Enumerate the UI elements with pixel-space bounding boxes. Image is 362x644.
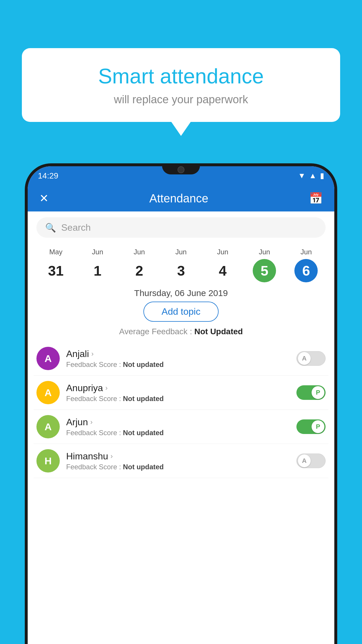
cal-day-number[interactable]: 1 xyxy=(86,259,109,282)
cal-day-number[interactable]: 4 xyxy=(211,259,234,282)
chevron-right-icon: › xyxy=(90,418,93,426)
avatar: H xyxy=(36,449,60,473)
status-icons: ▼ ▲ ▮ xyxy=(298,171,324,180)
chevron-right-icon: › xyxy=(110,452,113,460)
avatar: A xyxy=(36,415,60,438)
phone-screen: 14:29 ▼ ▲ ▮ ✕ Attendance 📅 🔍 Search May3… xyxy=(28,166,334,644)
student-name: Arjun › xyxy=(66,417,290,428)
student-item[interactable]: AArjun ›Feedback Score : Not updatedP xyxy=(34,410,328,444)
cal-day-number[interactable]: 3 xyxy=(169,259,193,282)
student-name: Anupriya › xyxy=(66,383,290,393)
calendar-day[interactable]: Jun2 xyxy=(126,248,152,282)
student-item[interactable]: HHimanshu ›Feedback Score : Not updatedA xyxy=(34,444,328,478)
chevron-right-icon: › xyxy=(105,384,108,392)
student-item[interactable]: AAnupriya ›Feedback Score : Not updatedP xyxy=(34,376,328,410)
calendar-icon[interactable]: 📅 xyxy=(309,192,323,205)
calendar-day[interactable]: Jun5 xyxy=(251,248,277,282)
toggle-knob: A xyxy=(298,454,311,467)
cal-month-label: Jun xyxy=(175,248,187,256)
battery-icon: ▮ xyxy=(320,171,324,180)
phone-frame: 14:29 ▼ ▲ ▮ ✕ Attendance 📅 🔍 Search May3… xyxy=(25,163,337,644)
student-feedback: Feedback Score : Not updated xyxy=(66,463,290,471)
search-bar[interactable]: 🔍 Search xyxy=(36,217,326,238)
speech-bubble: Smart attendance will replace your paper… xyxy=(22,48,340,122)
student-info: Anjali ›Feedback Score : Not updated xyxy=(66,349,290,369)
add-topic-button[interactable]: Add topic xyxy=(143,302,218,322)
search-icon: 🔍 xyxy=(45,223,56,233)
student-feedback: Feedback Score : Not updated xyxy=(66,360,290,369)
calendar-strip: May31Jun1Jun2Jun3Jun4Jun5Jun6 xyxy=(28,244,334,282)
cal-day-number[interactable]: 6 xyxy=(294,259,318,282)
toggle-switch[interactable]: P xyxy=(296,419,326,434)
status-time: 14:29 xyxy=(38,171,58,181)
bubble-title: Smart attendance xyxy=(39,64,323,88)
attendance-toggle[interactable]: P xyxy=(296,419,326,434)
cal-month-label: Jun xyxy=(133,248,145,256)
cal-month-label: Jun xyxy=(301,248,312,256)
wifi-icon: ▼ xyxy=(298,171,306,180)
calendar-day[interactable]: Jun6 xyxy=(293,248,319,282)
student-info: Arjun ›Feedback Score : Not updated xyxy=(66,417,290,437)
attendance-toggle[interactable]: A xyxy=(296,351,326,366)
avatar: A xyxy=(36,381,60,404)
calendar-day[interactable]: May31 xyxy=(43,248,69,282)
student-feedback: Feedback Score : Not updated xyxy=(66,395,290,403)
app-bar-title: Attendance xyxy=(149,192,208,205)
phone-camera xyxy=(178,166,184,173)
student-feedback: Feedback Score : Not updated xyxy=(66,429,290,437)
student-item[interactable]: AAnjali ›Feedback Score : Not updatedA xyxy=(34,342,328,376)
close-icon[interactable]: ✕ xyxy=(39,192,49,205)
student-info: Anupriya ›Feedback Score : Not updated xyxy=(66,383,290,403)
cal-day-number[interactable]: 31 xyxy=(44,259,68,282)
avatar: A xyxy=(36,347,60,370)
cal-day-number[interactable]: 5 xyxy=(253,259,276,282)
calendar-day[interactable]: Jun3 xyxy=(168,248,194,282)
cal-month-label: Jun xyxy=(217,248,229,256)
student-list: AAnjali ›Feedback Score : Not updatedAAA… xyxy=(28,342,334,478)
toggle-knob: P xyxy=(312,420,324,433)
signal-icon: ▲ xyxy=(309,171,317,180)
cal-month-label: Jun xyxy=(92,248,103,256)
cal-month-label: Jun xyxy=(259,248,270,256)
chevron-right-icon: › xyxy=(91,350,94,358)
toggle-switch[interactable]: A xyxy=(296,351,326,366)
toggle-knob: P xyxy=(312,386,324,399)
calendar-day[interactable]: Jun4 xyxy=(210,248,236,282)
student-name: Himanshu › xyxy=(66,451,290,462)
bubble-subtitle: will replace your paperwork xyxy=(39,93,323,106)
cal-month-label: May xyxy=(49,248,62,256)
cal-day-number[interactable]: 2 xyxy=(128,259,151,282)
calendar-day[interactable]: Jun1 xyxy=(85,248,111,282)
toggle-knob: A xyxy=(298,352,311,365)
date-label: Thursday, 06 June 2019 xyxy=(28,288,334,298)
app-bar: ✕ Attendance 📅 xyxy=(28,185,334,211)
toggle-switch[interactable]: A xyxy=(296,454,326,468)
search-placeholder: Search xyxy=(61,222,91,233)
phone-notch xyxy=(162,163,200,174)
avg-feedback: Average Feedback : Not Updated xyxy=(28,327,334,336)
student-info: Himanshu ›Feedback Score : Not updated xyxy=(66,451,290,471)
attendance-toggle[interactable]: A xyxy=(296,454,326,468)
student-name: Anjali › xyxy=(66,349,290,359)
toggle-switch[interactable]: P xyxy=(296,385,326,400)
attendance-toggle[interactable]: P xyxy=(296,385,326,400)
